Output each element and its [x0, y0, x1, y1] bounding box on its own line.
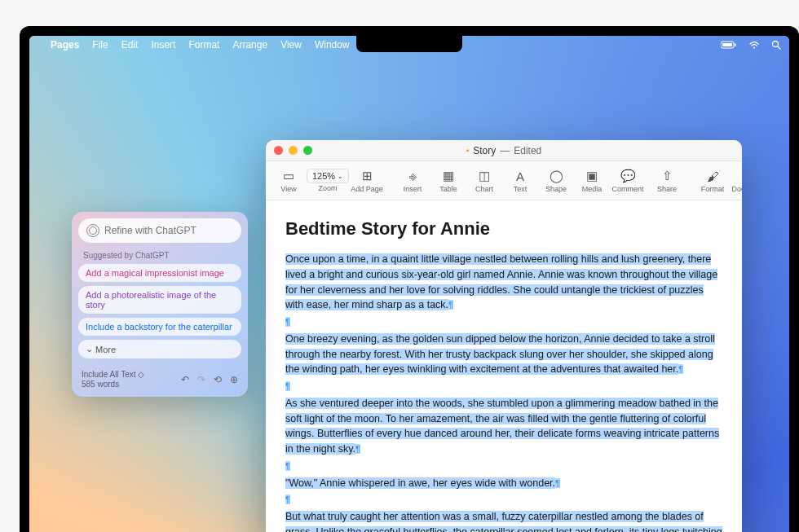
menu-file[interactable]: File [92, 39, 108, 51]
suggestion-2[interactable]: Add a photorealistic image of the story [78, 286, 241, 314]
chatgpt-panel: Suggested by ChatGPT Add a magical impre… [72, 212, 248, 397]
pilcrow: ¶ [285, 461, 290, 471]
document-icon: ▪ [466, 146, 470, 155]
media-button[interactable]: ▣ Media [576, 165, 608, 197]
format-button[interactable]: 🖌 Format [696, 165, 729, 197]
redo-icon[interactable]: ↷ [197, 374, 205, 385]
minimize-button[interactable] [289, 146, 298, 155]
refresh-icon[interactable]: ⟲ [214, 374, 222, 385]
format-icon: 🖌 [707, 168, 719, 184]
comment-icon: 💬 [620, 168, 636, 184]
view-icon: ▭ [283, 168, 294, 184]
svg-rect-2 [735, 44, 736, 46]
close-button[interactable] [274, 146, 283, 155]
text-icon: A [516, 168, 524, 184]
suggestion-3[interactable]: Include a backstory for the caterpillar [78, 318, 241, 336]
paragraph-1[interactable]: Once upon a time, in a quaint little vil… [285, 253, 717, 310]
chart-button[interactable]: ◫ Chart [468, 165, 501, 197]
laptop-notch [356, 36, 462, 52]
chatgpt-icon [86, 224, 99, 237]
pilcrow: ¶ [285, 495, 290, 504]
svg-point-4 [773, 42, 779, 47]
pilcrow: ¶ [678, 364, 683, 374]
menu-edit[interactable]: Edit [121, 39, 139, 51]
suggested-by-label: Suggested by ChatGPT [78, 249, 241, 264]
undo-icon[interactable]: ↶ [181, 374, 189, 385]
svg-point-3 [753, 47, 755, 49]
menu-format[interactable]: Format [188, 39, 219, 51]
app-menu[interactable]: Pages [51, 39, 79, 51]
insert-icon: ⎆ [409, 168, 417, 184]
add-icon[interactable]: ⊕ [230, 374, 238, 385]
chatgpt-input[interactable] [104, 225, 233, 236]
insert-button[interactable]: ⎆ Insert [396, 165, 429, 197]
include-text-toggle[interactable]: Include All Text ◇ [82, 370, 144, 379]
wifi-icon[interactable] [748, 41, 760, 49]
shape-button[interactable]: ◯ Shape [540, 165, 572, 197]
svg-rect-1 [722, 43, 732, 46]
word-count: 585 words [82, 380, 144, 389]
shape-icon: ◯ [550, 168, 563, 184]
table-button[interactable]: ▦ Table [432, 165, 465, 197]
pilcrow: ¶ [355, 444, 360, 454]
zoom-control[interactable]: 125%⌄ Zoom [308, 169, 347, 192]
edited-label: Edited [514, 145, 541, 156]
share-button[interactable]: ⇧ Share [651, 165, 683, 197]
fullscreen-button[interactable] [303, 146, 312, 155]
pilcrow: ¶ [555, 478, 560, 488]
chevron-down-icon: ⌄ [86, 344, 93, 354]
media-icon: ▣ [586, 168, 598, 184]
chart-icon: ◫ [479, 168, 490, 184]
paragraph-5[interactable]: But what truly caught her attention was … [285, 511, 722, 532]
pilcrow: ¶ [285, 317, 290, 327]
battery-icon[interactable] [721, 41, 737, 49]
svg-line-5 [778, 46, 780, 49]
add-page-icon: ⊞ [362, 168, 373, 184]
document-button[interactable]: 🗎 Document [732, 165, 742, 197]
menu-view[interactable]: View [280, 39, 302, 51]
add-page-button[interactable]: ⊞ Add Page [351, 165, 383, 197]
paragraph-4[interactable]: "Wow," Annie whispered in awe, her eyes … [285, 477, 555, 489]
toolbar: ▭ View 125%⌄ Zoom ⊞ Add Page ⎆ Insert ▦ [266, 161, 742, 200]
paragraph-2[interactable]: One breezy evening, as the golden sun di… [285, 333, 715, 376]
comment-button[interactable]: 💬 Comment [611, 165, 644, 197]
menu-arrange[interactable]: Arrange [232, 39, 267, 51]
document-area[interactable]: Bedtime Story for Annie Once upon a time… [266, 200, 742, 532]
pages-window: ▪ Story — Edited ▭ View 125%⌄ Zoom ⊞ Add [266, 140, 742, 532]
document-title[interactable]: Bedtime Story for Annie [285, 215, 722, 242]
suggestion-1[interactable]: Add a magical impressionist image [78, 264, 241, 282]
menu-window[interactable]: Window [315, 39, 350, 51]
paragraph-3[interactable]: As she ventured deeper into the woods, s… [285, 398, 719, 455]
spotlight-icon[interactable] [771, 40, 781, 50]
view-button[interactable]: ▭ View [272, 165, 305, 197]
chevron-down-icon: ⌄ [338, 173, 343, 180]
text-button[interactable]: A Text [504, 165, 536, 197]
share-icon: ⇧ [662, 168, 673, 184]
titlebar[interactable]: ▪ Story — Edited [266, 140, 742, 161]
chatgpt-input-wrap[interactable] [78, 218, 241, 243]
menu-insert[interactable]: Insert [151, 39, 175, 51]
pilcrow: ¶ [448, 300, 453, 310]
more-suggestions[interactable]: ⌄ More [78, 340, 241, 358]
table-icon: ▦ [443, 168, 454, 184]
pilcrow: ¶ [285, 381, 290, 391]
document-name[interactable]: Story [473, 145, 496, 156]
